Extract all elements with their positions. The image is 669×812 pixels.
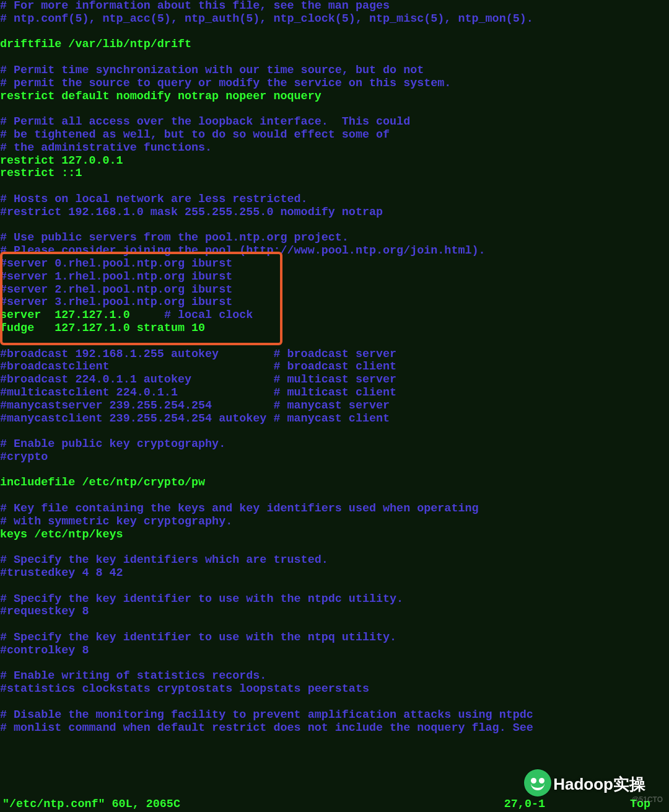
code-line: # monlist command when default restrict … bbox=[0, 722, 533, 735]
code-line: #broadcastclient # broadcast client bbox=[0, 360, 396, 373]
code-line: #server 2.rhel.pool.ntp.org iburst bbox=[0, 283, 232, 296]
code-line: # Please consider joining the pool (http… bbox=[0, 244, 486, 257]
vim-status-bar: "/etc/ntp.conf" 60L, 2065C 27,0-1 Top bbox=[0, 798, 669, 812]
code-line: # with symmetric key cryptography. bbox=[0, 515, 232, 528]
code-line: #requestkey 8 bbox=[0, 605, 89, 618]
code-line: restrict default nomodify notrap nopeer … bbox=[0, 90, 321, 103]
code-line: #trustedkey 4 8 42 bbox=[0, 567, 123, 580]
code-line: # Hosts on local network are less restri… bbox=[0, 193, 308, 206]
code-segment: # local clock bbox=[164, 309, 253, 322]
code-line: #server 1.rhel.pool.ntp.org iburst bbox=[0, 270, 232, 283]
code-line: # Permit all access over the loopback in… bbox=[0, 115, 410, 128]
code-line: # Use public servers from the pool.ntp.o… bbox=[0, 231, 349, 244]
code-line: #statistics clockstats cryptostats loops… bbox=[0, 682, 369, 695]
code-line: # Specify the key identifiers which are … bbox=[0, 554, 328, 567]
code-line: # be tightened as well, but to do so wou… bbox=[0, 128, 390, 141]
watermark-small: @51CTO bbox=[632, 796, 663, 805]
code-line: # Specify the key identifier to use with… bbox=[0, 593, 403, 606]
code-line: #broadcast 224.0.1.1 autokey # multicast… bbox=[0, 373, 396, 386]
code-line: #restrict 192.168.1.0 mask 255.255.255.0… bbox=[0, 206, 383, 219]
code-line: #broadcast 192.168.1.255 autokey # broad… bbox=[0, 348, 396, 361]
code-line: # Enable writing of statistics records. bbox=[0, 669, 266, 682]
code-line: # For more information about this file, … bbox=[0, 0, 390, 12]
code-line: #controlkey 8 bbox=[0, 644, 89, 657]
code-line: #manycastclient 239.255.254.254 autokey … bbox=[0, 412, 390, 425]
code-line: driftfile /var/lib/ntp/drift bbox=[0, 38, 191, 51]
code-line: #crypto bbox=[0, 451, 48, 464]
status-filename: "/etc/ntp.conf" 60L, 2065C bbox=[2, 798, 180, 811]
code-line: # permit the source to query or modify t… bbox=[0, 77, 451, 90]
code-line: #server 0.rhel.pool.ntp.org iburst bbox=[0, 257, 232, 270]
editor-content[interactable]: # For more information about this file, … bbox=[0, 0, 669, 735]
code-line: fudge 127.127.1.0 stratum 10 bbox=[0, 322, 205, 335]
code-line: # Specify the key identifier to use with… bbox=[0, 631, 396, 644]
code-line: # Key file containing the keys and key i… bbox=[0, 502, 479, 515]
code-line: restrict ::1 bbox=[0, 167, 82, 180]
code-line: restrict 127.0.0.1 bbox=[0, 154, 123, 167]
status-position: 27,0-1 bbox=[504, 798, 545, 811]
code-line: keys /etc/ntp/keys bbox=[0, 528, 123, 541]
code-line: # Enable public key cryptography. bbox=[0, 438, 225, 451]
code-segment: server 127.127.1.0 bbox=[0, 309, 164, 322]
code-line: #manycastserver 239.255.254.254 # manyca… bbox=[0, 399, 390, 412]
code-line: # Disable the monitoring facility to pre… bbox=[0, 708, 533, 722]
code-line: #server 3.rhel.pool.ntp.org iburst bbox=[0, 296, 232, 309]
code-line: # Permit time synchronization with our t… bbox=[0, 64, 424, 77]
code-line: #multicastclient 224.0.1.1 # multicast c… bbox=[0, 386, 396, 399]
wechat-icon bbox=[524, 769, 551, 797]
code-line: # the administrative functions. bbox=[0, 141, 212, 154]
watermark-text: Hadoop实操 bbox=[553, 775, 645, 793]
code-line: # ntp.conf(5), ntp_acc(5), ntp_auth(5), … bbox=[0, 12, 533, 25]
code-line: includefile /etc/ntp/crypto/pw bbox=[0, 476, 205, 489]
